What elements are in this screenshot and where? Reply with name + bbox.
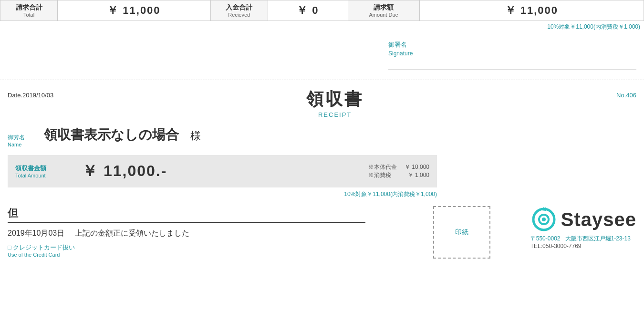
name-label-en: Name [8,142,36,147]
total-label-en: Total [6,12,52,18]
summary-table: 請求合計 Total ￥ 11,000 入金合計 Recieved ￥ 0 請求… [0,0,644,21]
company-address: 〒550-0002 大阪市西区江戸堀1-23-13 [530,235,636,243]
amount-box: 領収書金額 Total Amount ￥ 11,000.- ※本体代金 ￥ 10… [8,155,437,187]
name-row: 御芳名 Name 領収書表示なしの場合 様 [8,126,636,147]
credit-line: □ クレジットカード扱い Use of the Credit Card [8,243,436,258]
name-label-jp: 御芳名 [8,134,36,142]
receipt-date: Date.2019/10/03 [8,88,53,99]
signature-block: 御署名 Signature [388,41,636,70]
received-label-cell: 入金合計 Recieved [210,0,268,21]
base-price-label: ※本体代金 [368,163,397,171]
company-name: Staysee [561,210,636,229]
received-date: 2019年10月03日 [8,229,64,237]
company-tel: TEL:050-3000-7769 [530,243,636,249]
receipt-title-block: 領収書 RECEIPT [306,88,364,118]
tadashi-text: 但 [8,207,18,219]
receipt-section: Date.2019/10/03 領収書 RECEIPT No.406 御芳名 N… [0,88,644,259]
receipt-header: Date.2019/10/03 領収書 RECEIPT No.406 [8,88,636,118]
company-postal: 〒550-0002 [530,235,561,242]
company-info: Staysee 〒550-0002 大阪市西区江戸堀1-23-13 TEL:05… [530,206,636,249]
tax-note-2: 10%対象￥11,000(内消費税￥1,000) [8,190,437,198]
amount-label-block: 領収書金額 Total Amount [15,164,63,178]
received-label-en: Recieved [217,12,262,18]
base-price-value: ￥ 10,000 [405,163,429,171]
right-inner: 印紙 Sta [433,206,636,259]
left-column: 但 2019年10月03日 上記の金額正に受領いたしました □ クレジットカード… [8,206,436,258]
company-address-text: 大阪市西区江戸堀1-23-13 [565,235,631,242]
signature-section: 御署名 Signature [0,37,644,80]
receipt-title-en: RECEIPT [306,111,364,118]
signature-label-jp: 御署名 [388,41,636,49]
receipt-no: No.406 [616,88,636,99]
tax-row: ※消費税 ￥ 1,000 [368,171,429,179]
amount-due-label-jp: 請求額 [354,3,414,12]
no-value: 406 [626,92,636,99]
hanko-text: 印紙 [455,228,468,237]
received-text: 2019年10月03日 上記の金額正に受領いたしました [8,229,436,239]
amount-due-label-cell: 請求額 Amount Due [348,0,419,21]
tadashi-line: 但 [8,206,365,223]
section-divider [0,80,644,80]
right-column: 印紙 Sta [436,206,636,259]
company-name-row: Staysee [530,206,636,233]
base-price-row: ※本体代金 ￥ 10,000 [368,163,429,171]
total-label-jp: 請求合計 [6,3,52,12]
no-label: No. [616,92,626,99]
signature-label-en: Signature [388,50,636,57]
credit-jp: □ クレジットカード扱い [8,243,75,252]
tax-note-top: 10%対象￥11,000(内消費税￥1,000) [0,21,644,37]
credit-en: Use of the Credit Card [8,252,75,258]
amount-breakdown: ※本体代金 ￥ 10,000 ※消費税 ￥ 1,000 [368,163,429,179]
bottom-section: 但 2019年10月03日 上記の金額正に受領いたしました □ クレジットカード… [8,206,636,259]
received-message: 上記の金額正に受領いたしました [75,229,189,237]
tax-value: ￥ 1,000 [408,171,429,179]
date-label: Date. [8,92,22,99]
svg-point-2 [542,218,546,221]
amount-due-label-en: Amount Due [354,12,414,18]
total-label-cell: 請求合計 Total [0,0,58,21]
receipt-title-jp: 領収書 [306,88,364,111]
received-label-jp: 入金合計 [217,3,262,12]
name-sama: 様 [190,129,201,143]
amount-label-jp: 領収書金額 [15,164,63,173]
received-value: ￥ 0 [268,0,348,21]
total-value: ￥ 11,000 [58,0,211,21]
amount-value: ￥ 11,000.- [63,161,368,182]
name-label-block: 御芳名 Name [8,134,36,147]
date-value: 2019/10/03 [22,92,53,99]
tax-label: ※消費税 [368,171,391,179]
amount-label-en: Total Amount [15,173,63,178]
credit-info: □ クレジットカード扱い Use of the Credit Card [8,243,75,258]
hanko-box: 印紙 [433,206,490,259]
name-value: 領収書表示なしの場合 [44,126,179,144]
company-logo-icon [530,206,557,233]
amount-due-value: ￥ 11,000 [419,0,644,21]
signature-line [388,59,636,70]
